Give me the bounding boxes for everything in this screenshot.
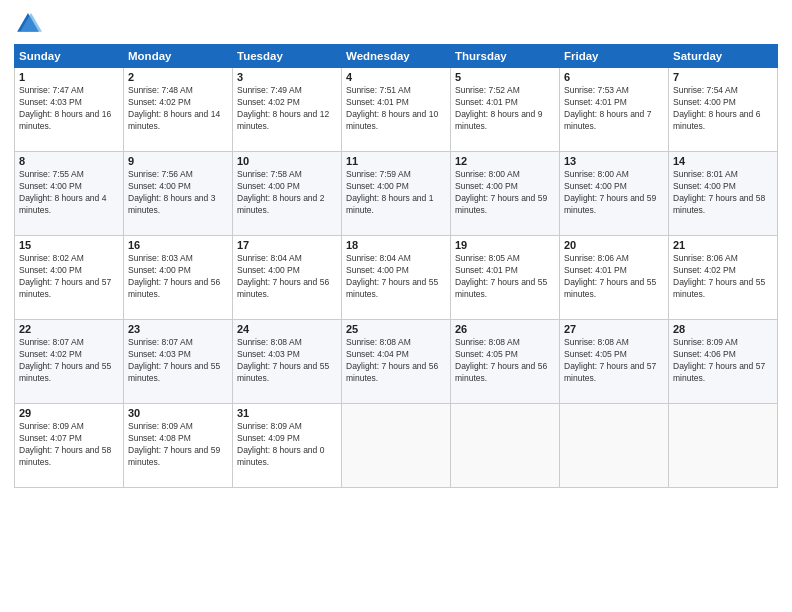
day-number: 15 [19,239,119,251]
calendar-cell: 22 Sunrise: 8:07 AM Sunset: 4:02 PM Dayl… [15,320,124,404]
day-number: 14 [673,155,773,167]
cell-content: Sunrise: 7:51 AM Sunset: 4:01 PM Dayligh… [346,85,446,133]
calendar-cell: 23 Sunrise: 8:07 AM Sunset: 4:03 PM Dayl… [124,320,233,404]
calendar-cell: 25 Sunrise: 8:08 AM Sunset: 4:04 PM Dayl… [342,320,451,404]
day-number: 12 [455,155,555,167]
weekday-monday: Monday [124,45,233,68]
calendar-cell: 27 Sunrise: 8:08 AM Sunset: 4:05 PM Dayl… [560,320,669,404]
week-row-1: 1 Sunrise: 7:47 AM Sunset: 4:03 PM Dayli… [15,68,778,152]
calendar-cell: 21 Sunrise: 8:06 AM Sunset: 4:02 PM Dayl… [669,236,778,320]
day-number: 9 [128,155,228,167]
day-number: 24 [237,323,337,335]
calendar-cell: 13 Sunrise: 8:00 AM Sunset: 4:00 PM Dayl… [560,152,669,236]
calendar-cell: 31 Sunrise: 8:09 AM Sunset: 4:09 PM Dayl… [233,404,342,488]
weekday-friday: Friday [560,45,669,68]
day-number: 1 [19,71,119,83]
day-number: 29 [19,407,119,419]
day-number: 4 [346,71,446,83]
page: SundayMondayTuesdayWednesdayThursdayFrid… [0,0,792,612]
calendar-cell: 30 Sunrise: 8:09 AM Sunset: 4:08 PM Dayl… [124,404,233,488]
calendar-cell: 4 Sunrise: 7:51 AM Sunset: 4:01 PM Dayli… [342,68,451,152]
week-row-4: 22 Sunrise: 8:07 AM Sunset: 4:02 PM Dayl… [15,320,778,404]
day-number: 26 [455,323,555,335]
day-number: 30 [128,407,228,419]
calendar-cell [560,404,669,488]
calendar-cell: 7 Sunrise: 7:54 AM Sunset: 4:00 PM Dayli… [669,68,778,152]
calendar-cell: 19 Sunrise: 8:05 AM Sunset: 4:01 PM Dayl… [451,236,560,320]
cell-content: Sunrise: 7:54 AM Sunset: 4:00 PM Dayligh… [673,85,773,133]
calendar-cell: 11 Sunrise: 7:59 AM Sunset: 4:00 PM Dayl… [342,152,451,236]
cell-content: Sunrise: 8:08 AM Sunset: 4:05 PM Dayligh… [455,337,555,385]
cell-content: Sunrise: 7:47 AM Sunset: 4:03 PM Dayligh… [19,85,119,133]
cell-content: Sunrise: 8:02 AM Sunset: 4:00 PM Dayligh… [19,253,119,301]
day-number: 13 [564,155,664,167]
calendar-cell: 12 Sunrise: 8:00 AM Sunset: 4:00 PM Dayl… [451,152,560,236]
cell-content: Sunrise: 7:48 AM Sunset: 4:02 PM Dayligh… [128,85,228,133]
day-number: 17 [237,239,337,251]
logo [14,10,46,38]
cell-content: Sunrise: 8:00 AM Sunset: 4:00 PM Dayligh… [455,169,555,217]
calendar-cell [669,404,778,488]
cell-content: Sunrise: 8:07 AM Sunset: 4:03 PM Dayligh… [128,337,228,385]
calendar-cell [342,404,451,488]
day-number: 19 [455,239,555,251]
day-number: 8 [19,155,119,167]
calendar-cell: 24 Sunrise: 8:08 AM Sunset: 4:03 PM Dayl… [233,320,342,404]
day-number: 28 [673,323,773,335]
cell-content: Sunrise: 8:04 AM Sunset: 4:00 PM Dayligh… [237,253,337,301]
calendar-cell: 17 Sunrise: 8:04 AM Sunset: 4:00 PM Dayl… [233,236,342,320]
day-number: 3 [237,71,337,83]
cell-content: Sunrise: 8:06 AM Sunset: 4:01 PM Dayligh… [564,253,664,301]
calendar-cell: 1 Sunrise: 7:47 AM Sunset: 4:03 PM Dayli… [15,68,124,152]
cell-content: Sunrise: 8:09 AM Sunset: 4:07 PM Dayligh… [19,421,119,469]
cell-content: Sunrise: 8:05 AM Sunset: 4:01 PM Dayligh… [455,253,555,301]
day-number: 16 [128,239,228,251]
weekday-tuesday: Tuesday [233,45,342,68]
cell-content: Sunrise: 7:55 AM Sunset: 4:00 PM Dayligh… [19,169,119,217]
day-number: 7 [673,71,773,83]
calendar-cell [451,404,560,488]
calendar-cell: 29 Sunrise: 8:09 AM Sunset: 4:07 PM Dayl… [15,404,124,488]
calendar-cell: 8 Sunrise: 7:55 AM Sunset: 4:00 PM Dayli… [15,152,124,236]
day-number: 21 [673,239,773,251]
logo-icon [14,10,42,38]
cell-content: Sunrise: 7:56 AM Sunset: 4:00 PM Dayligh… [128,169,228,217]
cell-content: Sunrise: 7:53 AM Sunset: 4:01 PM Dayligh… [564,85,664,133]
day-number: 11 [346,155,446,167]
cell-content: Sunrise: 8:08 AM Sunset: 4:04 PM Dayligh… [346,337,446,385]
calendar-cell: 16 Sunrise: 8:03 AM Sunset: 4:00 PM Dayl… [124,236,233,320]
cell-content: Sunrise: 7:58 AM Sunset: 4:00 PM Dayligh… [237,169,337,217]
weekday-header-row: SundayMondayTuesdayWednesdayThursdayFrid… [15,45,778,68]
calendar-cell: 6 Sunrise: 7:53 AM Sunset: 4:01 PM Dayli… [560,68,669,152]
cell-content: Sunrise: 8:03 AM Sunset: 4:00 PM Dayligh… [128,253,228,301]
header [14,10,778,38]
day-number: 31 [237,407,337,419]
calendar-cell: 26 Sunrise: 8:08 AM Sunset: 4:05 PM Dayl… [451,320,560,404]
cell-content: Sunrise: 8:06 AM Sunset: 4:02 PM Dayligh… [673,253,773,301]
cell-content: Sunrise: 8:04 AM Sunset: 4:00 PM Dayligh… [346,253,446,301]
cell-content: Sunrise: 8:01 AM Sunset: 4:00 PM Dayligh… [673,169,773,217]
day-number: 6 [564,71,664,83]
day-number: 22 [19,323,119,335]
week-row-3: 15 Sunrise: 8:02 AM Sunset: 4:00 PM Dayl… [15,236,778,320]
day-number: 25 [346,323,446,335]
calendar-cell: 20 Sunrise: 8:06 AM Sunset: 4:01 PM Dayl… [560,236,669,320]
day-number: 23 [128,323,228,335]
cell-content: Sunrise: 7:59 AM Sunset: 4:00 PM Dayligh… [346,169,446,217]
calendar-cell: 10 Sunrise: 7:58 AM Sunset: 4:00 PM Dayl… [233,152,342,236]
day-number: 27 [564,323,664,335]
calendar-cell: 18 Sunrise: 8:04 AM Sunset: 4:00 PM Dayl… [342,236,451,320]
calendar-cell: 9 Sunrise: 7:56 AM Sunset: 4:00 PM Dayli… [124,152,233,236]
calendar-cell: 15 Sunrise: 8:02 AM Sunset: 4:00 PM Dayl… [15,236,124,320]
cell-content: Sunrise: 7:52 AM Sunset: 4:01 PM Dayligh… [455,85,555,133]
cell-content: Sunrise: 8:09 AM Sunset: 4:09 PM Dayligh… [237,421,337,469]
cell-content: Sunrise: 8:08 AM Sunset: 4:05 PM Dayligh… [564,337,664,385]
cell-content: Sunrise: 8:08 AM Sunset: 4:03 PM Dayligh… [237,337,337,385]
calendar-table: SundayMondayTuesdayWednesdayThursdayFrid… [14,44,778,488]
calendar-cell: 2 Sunrise: 7:48 AM Sunset: 4:02 PM Dayli… [124,68,233,152]
cell-content: Sunrise: 8:09 AM Sunset: 4:06 PM Dayligh… [673,337,773,385]
week-row-2: 8 Sunrise: 7:55 AM Sunset: 4:00 PM Dayli… [15,152,778,236]
day-number: 2 [128,71,228,83]
cell-content: Sunrise: 8:09 AM Sunset: 4:08 PM Dayligh… [128,421,228,469]
day-number: 18 [346,239,446,251]
